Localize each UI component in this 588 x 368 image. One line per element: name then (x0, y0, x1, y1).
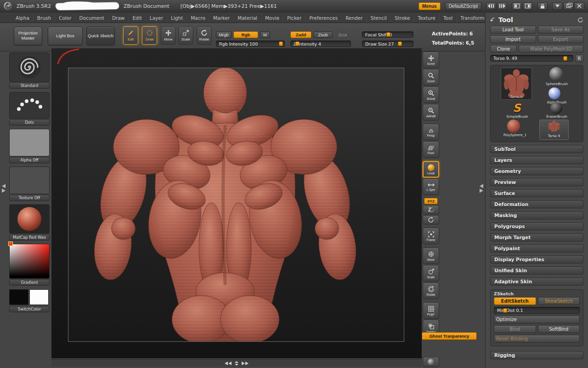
reset-binding-button[interactable]: Reset Binding (494, 335, 580, 343)
polysphere-thumbnail[interactable] (507, 120, 520, 132)
menu-draw[interactable]: Draw (108, 14, 129, 22)
divider-bar-right-icon[interactable] (523, 2, 533, 10)
z-axis-rotate-button[interactable] (423, 205, 439, 214)
menu-macro[interactable]: Macro (187, 14, 209, 22)
save-as-button[interactable]: Save As (538, 26, 584, 34)
canvas-viewport[interactable] (51, 48, 422, 358)
scale-button[interactable]: Scale (178, 26, 193, 45)
clone-button[interactable]: Clone (490, 45, 517, 53)
section-surface[interactable]: Surface (490, 189, 583, 197)
move-button[interactable]: Move (161, 26, 176, 45)
document-area[interactable] (68, 68, 404, 342)
canvas-corner-button[interactable] (423, 357, 439, 367)
projection-master-button[interactable]: Projection Master (14, 27, 42, 45)
scroll-interface-left-button[interactable] (486, 2, 496, 10)
default-zscript-button[interactable]: DefaultZScript (445, 2, 481, 10)
divider-bar-left-icon[interactable] (512, 2, 522, 10)
rgb-intensity-slider[interactable]: Rgb Intensity 100 (216, 40, 285, 47)
section-polypaint[interactable]: Polypaint (490, 244, 583, 253)
frame-mesh-button[interactable]: Frame (423, 228, 439, 244)
alpha-off-swatch[interactable] (9, 129, 50, 156)
ghost-transparency-button[interactable]: Ghost Tranparency (422, 332, 477, 340)
edit-sketch-button[interactable]: EditSketch (494, 297, 536, 305)
move-3d-button[interactable]: Move (423, 247, 439, 264)
menu-movie[interactable]: Movie (261, 14, 283, 22)
local-pivot-button[interactable]: Local (423, 161, 439, 178)
zadd-button[interactable]: Zadd (290, 31, 311, 38)
section-layers[interactable]: Layers (490, 156, 583, 164)
edit-button[interactable]: Edit (123, 26, 138, 45)
slider-knob[interactable] (386, 32, 390, 37)
restore-config-icon[interactable] (577, 17, 583, 23)
load-tool-button[interactable]: Load Tool (490, 26, 536, 34)
eraserbrush-thumbnail[interactable] (550, 102, 562, 114)
menu-render[interactable]: Render (342, 14, 367, 22)
r-quick-pick-button[interactable]: R (575, 55, 583, 63)
soft-bind-button[interactable]: SoftBind (538, 325, 580, 333)
rgb-button[interactable]: Rgb (233, 31, 258, 38)
sculpt-model-torso[interactable] (68, 68, 404, 341)
section-masking[interactable]: Masking (490, 211, 583, 219)
current-texture-slot[interactable]: Texture Off (7, 167, 51, 201)
light-box-button[interactable]: Light Box (48, 27, 83, 45)
lock-icon[interactable] (537, 2, 548, 10)
matcap-red-wax-sphere[interactable] (9, 204, 50, 234)
spherebrush-thumbnail[interactable] (549, 67, 563, 81)
menu-texture[interactable]: Texture (414, 14, 440, 22)
menu-document[interactable]: Document (76, 14, 108, 22)
menus-button[interactable]: Menus (418, 2, 441, 10)
menu-color[interactable]: Color (55, 14, 75, 22)
optimize-button[interactable]: Optimize (494, 316, 580, 323)
zoom-canvas-button[interactable]: Zoom (423, 69, 439, 86)
scroll-center-icon[interactable] (235, 361, 238, 366)
slider-knob[interactable] (563, 56, 567, 61)
show-sketch-button[interactable]: ShowSketch (538, 297, 580, 305)
actual-size-button[interactable]: Actual (423, 86, 439, 103)
zsub-button[interactable]: Zsub (313, 31, 333, 38)
canvas-horizontal-scrollbar[interactable] (51, 359, 422, 367)
section-rigging[interactable]: Rigging (490, 351, 583, 359)
menu-light[interactable]: Light (167, 14, 187, 22)
secondary-color-swatch[interactable] (29, 289, 49, 305)
menu-picker[interactable]: Picker (283, 14, 305, 22)
section-preview[interactable]: Preview (490, 178, 583, 186)
min-dist-slider[interactable]: Min Dist 0.1 (494, 307, 580, 314)
menu-alpha[interactable]: Alpha (12, 14, 34, 22)
section-morph-target[interactable]: Morph Target (490, 233, 583, 242)
section-unified-skin[interactable]: Unified Skin (490, 266, 583, 275)
left-tray-divider[interactable] (1, 183, 6, 193)
xyz-symmetry-button[interactable]: XYZ (424, 198, 438, 204)
main-color-swatch[interactable] (9, 289, 28, 305)
import-button[interactable]: Import (490, 35, 536, 43)
restore-button[interactable] (563, 2, 573, 10)
m-button[interactable]: M (260, 31, 270, 38)
spin-canvas-button[interactable] (423, 215, 439, 224)
local-symmetry-button[interactable]: L.Sym (423, 178, 439, 195)
menu-edit[interactable]: Edit (129, 14, 146, 22)
texture-off-swatch[interactable] (9, 167, 50, 194)
menu-stroke[interactable]: Stroke (391, 14, 414, 22)
current-material-slot[interactable]: MatCap Red Wax (7, 204, 51, 241)
right-panel-divider[interactable] (479, 183, 484, 193)
polyframe-button[interactable]: PolyF (423, 302, 439, 319)
slider-knob[interactable] (295, 41, 300, 46)
section-polygroups[interactable]: Polygroups (490, 222, 583, 230)
standard-brush-icon[interactable] (9, 52, 50, 82)
slider-knob[interactable] (279, 41, 283, 46)
aa-half-button[interactable]: AAHalf (423, 104, 439, 121)
make-polymesh3d-button[interactable]: Make PolyMesh3D (519, 45, 583, 53)
scroll-right-icon[interactable] (241, 362, 249, 365)
section-display-properties[interactable]: Display Properties (490, 255, 583, 264)
alphabrush-thumbnail[interactable] (548, 87, 560, 99)
current-alpha-slot[interactable]: Alpha Off (7, 129, 51, 163)
perspective-button[interactable]: Persp (423, 124, 439, 140)
menu-transform[interactable]: Transform (457, 14, 488, 22)
color-picker-slot[interactable]: Gradient (7, 244, 51, 286)
torso9-thumbnail-selected[interactable]: Torso 9 (539, 120, 569, 140)
menu-material[interactable]: Material (234, 14, 261, 22)
menu-preferences[interactable]: Preferences (305, 14, 342, 22)
bind-button[interactable]: Bind (494, 325, 536, 333)
section-adaptive-skin[interactable]: Adaptive Skin (490, 277, 583, 286)
slider-knob[interactable] (398, 41, 402, 46)
menu-marker[interactable]: Marker (209, 14, 234, 22)
